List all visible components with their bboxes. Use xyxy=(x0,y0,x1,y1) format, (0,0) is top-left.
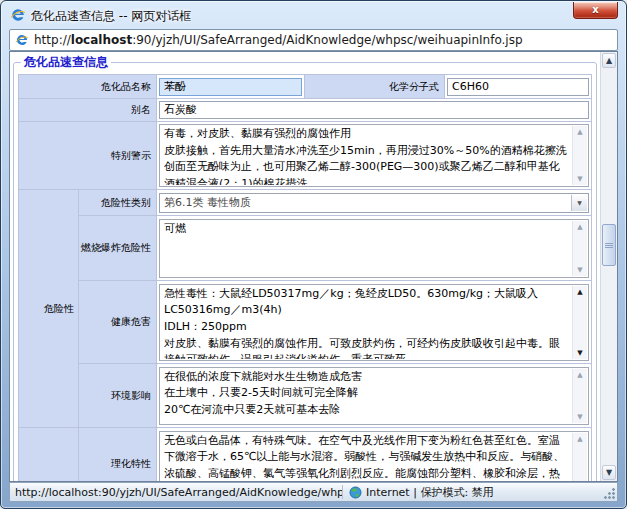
environment-label: 环境影响 xyxy=(79,364,157,428)
dropdown-button[interactable]: ▼ xyxy=(571,195,587,211)
alias-input[interactable]: 石炭酸 xyxy=(159,101,589,119)
health-scrollbar[interactable]: ▲▼ xyxy=(572,286,587,359)
table-row: 危化品名称 苯酚 化学分子式 C6H60 xyxy=(19,75,592,99)
environment-scrollbar[interactable]: ▲▼ xyxy=(572,369,587,423)
address-url: http://localhost:90/yjzh/UI/SafeArranged… xyxy=(34,33,523,47)
arrow-down-icon: ▼ xyxy=(606,468,612,477)
hazard-group-label: 危险性 xyxy=(19,190,79,428)
ie-icon xyxy=(10,7,26,23)
environment-textarea[interactable]: 在很低的浓度下就能对水生生物造成危害 在土壤中，只要2-5天时间就可完全降解 2… xyxy=(159,367,589,425)
chevron-down-icon: ▼ xyxy=(577,199,582,206)
physchem-scrollbar[interactable]: ▲▼ xyxy=(572,433,587,482)
globe-icon xyxy=(349,486,362,499)
table-row: 健康危害 急性毒性：大鼠经LD50317mg／kg；兔经皮LD50。630mg/… xyxy=(19,281,592,364)
window-title: 危化品速查信息 -- 网页对话框 xyxy=(31,8,191,25)
warning-scrollbar[interactable]: ▲▼ xyxy=(572,126,587,185)
address-bar: http://localhost:90/yjzh/UI/SafeArranged… xyxy=(9,29,618,51)
resize-grip[interactable] xyxy=(603,487,616,500)
table-row: 特别警示 有毒，对皮肤、黏膜有强烈的腐蚀作用 皮肤接触，首先用大量清水冲洗至少1… xyxy=(19,122,592,190)
page-viewport: 危化品速查信息 危化品名称 苯酚 化学分子式 C6H60 别名 石炭酸 特别 xyxy=(9,51,618,482)
table-row: 别名 石炭酸 xyxy=(19,99,592,122)
table-row: 燃烧爆炸危险性 可燃 ▲▼ xyxy=(19,216,592,281)
arrow-down-icon: ▼ xyxy=(577,266,582,274)
close-button[interactable]: x xyxy=(573,2,618,19)
health-label: 健康危害 xyxy=(79,281,157,364)
status-zone: Internet | 保护模式: 禁用 xyxy=(366,485,494,500)
dialog-window: 危化品速查信息 -- 网页对话框 x http://localhost:90/y… xyxy=(0,0,627,509)
status-separator xyxy=(342,485,343,499)
status-bar: http://localhost:90/yjzh/UI/SafeArranged… xyxy=(9,482,618,502)
physchem-textarea[interactable]: 无色或白色晶体，有特殊气味。在空气中及光线作用下变为粉红色甚至红色。室温下微溶于… xyxy=(159,431,589,482)
health-textarea[interactable]: 急性毒性：大鼠经LD50317mg／kg；兔经皮LD50。630mg/kg；大鼠… xyxy=(159,284,589,361)
warning-label: 特别警示 xyxy=(19,122,157,190)
close-icon: x xyxy=(592,4,598,15)
alias-label: 别名 xyxy=(19,99,157,122)
formula-label: 化学分子式 xyxy=(305,75,445,99)
arrow-down-icon: ▼ xyxy=(577,349,582,357)
arrow-up-icon: ▲ xyxy=(606,56,612,65)
empty-group-cell xyxy=(19,428,79,482)
table-row: 理化特性 无色或白色晶体，有特殊气味。在空气中及光线作用下变为粉红色甚至红色。室… xyxy=(19,428,592,482)
scroll-down-button[interactable]: ▼ xyxy=(602,465,616,480)
arrow-up-icon: ▲ xyxy=(577,288,582,296)
physchem-label: 理化特性 xyxy=(79,428,157,482)
address-input[interactable]: http://localhost:90/yjzh/UI/SafeArranged… xyxy=(9,29,618,51)
title-bar[interactable]: 危化品速查信息 -- 网页对话框 x xyxy=(1,1,626,29)
arrow-down-icon: ▼ xyxy=(577,175,582,183)
fire-explosion-label: 燃烧爆炸危险性 xyxy=(79,216,157,281)
fire-explosion-textarea[interactable]: 可燃 ▲▼ xyxy=(159,219,589,278)
formula-input[interactable]: C6H60 xyxy=(447,78,589,96)
scroll-thumb[interactable] xyxy=(602,224,616,266)
arrow-up-icon: ▲ xyxy=(577,435,582,443)
section-title: 危化品速查信息 xyxy=(21,54,111,71)
info-fieldset: 危化品速查信息 危化品名称 苯酚 化学分子式 C6H60 别名 石炭酸 特别 xyxy=(13,54,597,481)
page-scrollbar[interactable]: ▲ ▼ xyxy=(600,52,617,481)
warning-textarea[interactable]: 有毒，对皮肤、黏膜有强烈的腐蚀作用 皮肤接触，首先用大量清水冲洗至少15min，… xyxy=(159,124,589,187)
page-content: 危化品速查信息 危化品名称 苯酚 化学分子式 C6H60 别名 石炭酸 特别 xyxy=(10,52,600,481)
ie-page-icon xyxy=(15,33,29,47)
arrow-down-icon: ▼ xyxy=(577,413,582,421)
fire-explosion-scrollbar[interactable]: ▲▼ xyxy=(572,221,587,276)
arrow-up-icon: ▲ xyxy=(577,371,582,379)
scroll-up-button[interactable]: ▲ xyxy=(602,53,616,68)
status-url: http://localhost:90/yjzh/UI/SafeArranged… xyxy=(10,486,342,499)
name-label: 危化品名称 xyxy=(19,75,157,99)
hazard-class-select[interactable]: 第6.1类 毒性物质 ▼ xyxy=(159,193,589,213)
table-row: 环境影响 在很低的浓度下就能对水生生物造成危害 在土壤中，只要2-5天时间就可完… xyxy=(19,364,592,428)
table-row: 危险性 危险性类别 第6.1类 毒性物质 ▼ xyxy=(19,190,592,216)
hazard-class-label: 危险性类别 xyxy=(79,190,157,216)
thumb-grip-icon xyxy=(605,245,613,246)
arrow-up-icon: ▲ xyxy=(577,128,582,136)
name-input[interactable]: 苯酚 xyxy=(159,78,302,96)
arrow-up-icon: ▲ xyxy=(577,223,582,231)
info-table: 危化品名称 苯酚 化学分子式 C6H60 别名 石炭酸 特别警示 有毒，对皮 xyxy=(18,74,592,481)
